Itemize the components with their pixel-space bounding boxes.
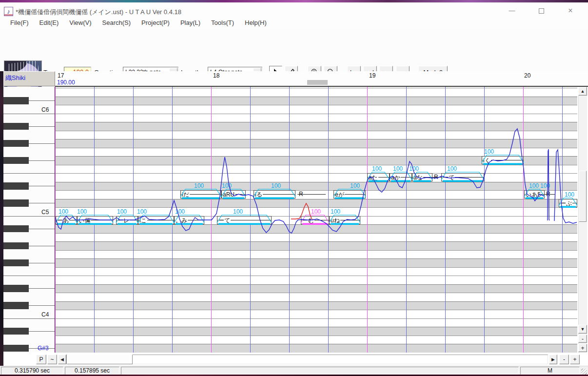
rest-lyric: R [433, 174, 439, 180]
note-lyric[interactable]: aRU [222, 191, 235, 198]
intensity-label: 100 [233, 208, 243, 215]
tilde-button[interactable]: ~ [47, 355, 57, 364]
note-lyric[interactable]: ーレ [117, 217, 130, 224]
note[interactable]: ーて [217, 216, 272, 224]
note[interactable]: ーぶ [559, 199, 577, 207]
white-key-separator [29, 246, 55, 246]
hzoom-in-button[interactable]: + [570, 355, 580, 364]
vzoom-in-button[interactable]: + [578, 344, 587, 352]
black-key[interactable] [3, 182, 29, 190]
note-lyric[interactable]: eが [334, 191, 345, 198]
vertical-scrollbar-thumb[interactable] [579, 171, 587, 222]
scroll-up-button[interactable]: ▲ [578, 87, 587, 96]
note[interactable]: いあ5 [524, 190, 545, 198]
key-hint-label: G#3 [38, 345, 54, 352]
note-lyric[interactable]: iこ [139, 217, 147, 224]
rest-lyric: R [546, 191, 551, 198]
note-lyric[interactable]: ーあ [57, 217, 69, 224]
note-lyric[interactable]: iく [483, 157, 491, 164]
note-lyric[interactable]: uね [330, 217, 340, 224]
menu-play[interactable]: Play(L) [175, 18, 206, 28]
note-lyric[interactable]: ーむ [302, 217, 314, 224]
note-lyric[interactable]: aた [368, 174, 378, 181]
measure-line [211, 87, 212, 353]
note-lyric[interactable]: iだ [181, 191, 190, 198]
black-key[interactable] [3, 97, 29, 104]
measure-ruler[interactable]: 190.00 17181920 [55, 71, 588, 87]
menu-view[interactable]: View(V) [64, 18, 97, 28]
horizontal-scrollbar[interactable] [66, 355, 548, 364]
piano-keyboard[interactable]: C6C5C4G#3 [3, 87, 55, 353]
menu-help[interactable]: Help(H) [239, 18, 272, 28]
note-lyric[interactable]: ーぶ [560, 200, 572, 207]
intensity-label: 100 [175, 208, 185, 215]
black-key[interactable] [3, 302, 29, 309]
black-key[interactable] [3, 140, 29, 147]
piano-roll[interactable]: ーあい倆ーレiこ。みーてーむuねiだaRUiるReがaたaかaなRーてiくいあ5… [55, 87, 577, 353]
menu-search[interactable]: Search(S) [97, 18, 137, 28]
intensity-label: 100 [331, 208, 340, 215]
note[interactable]: 。み [174, 216, 204, 224]
note[interactable]: aか [390, 173, 412, 181]
note-lyric[interactable]: aな [413, 174, 423, 181]
ruler-position-marker[interactable] [307, 80, 328, 85]
measure-number: 17 [58, 72, 64, 79]
scroll-up-icon: ▲ [581, 89, 585, 94]
note[interactable]: ーレ [116, 216, 138, 224]
white-key-separator [29, 288, 55, 289]
menu-project[interactable]: Project(P) [136, 18, 175, 28]
black-key[interactable] [3, 259, 29, 267]
close-button[interactable]: × [563, 7, 578, 15]
status-message [121, 367, 519, 375]
note-lyric[interactable]: い倆 [78, 217, 91, 224]
note[interactable]: aた [367, 173, 390, 181]
note-lyric[interactable]: ーて [442, 174, 455, 181]
black-key[interactable] [3, 123, 29, 130]
note-lyric[interactable]: aか [391, 174, 401, 181]
black-key[interactable] [3, 199, 29, 207]
vzoom-out-button[interactable]: - [578, 335, 587, 343]
track-header[interactable]: 織Shiki [3, 71, 55, 86]
black-key[interactable] [3, 345, 29, 352]
note[interactable]: ーむ [301, 216, 329, 224]
black-key[interactable] [3, 328, 29, 335]
menu-edit[interactable]: Edit(E) [34, 18, 64, 28]
hscroll-right-button[interactable]: ▶ [549, 355, 557, 364]
white-key-separator [29, 186, 55, 186]
note[interactable]: ーて [441, 173, 484, 181]
measure-number: 18 [213, 72, 219, 79]
intensity-label: 100 [59, 208, 68, 215]
intensity-label: 100 [447, 165, 457, 172]
pitch-p-button[interactable]: P [36, 355, 46, 364]
note-lyric[interactable]: いあ5 [525, 191, 541, 198]
note[interactable]: ーあ [56, 216, 77, 224]
title-bar: ♪ *機儞傜儓偣偁傊間機儞傜 (メイン.ust) - U T A U Ver 0… [0, 2, 588, 16]
resize-grip[interactable] [581, 369, 587, 375]
maximize-button[interactable] [534, 7, 549, 15]
scroll-down-button[interactable]: ▼ [578, 325, 587, 334]
black-key[interactable] [3, 225, 29, 233]
note[interactable]: iだ [180, 190, 221, 198]
note-lyric[interactable]: iる [255, 191, 263, 198]
note[interactable]: iる [254, 190, 295, 198]
hzoom-out-button[interactable]: - [559, 355, 569, 364]
note-lyric[interactable]: ーて [218, 217, 231, 224]
black-key[interactable] [3, 285, 29, 292]
toolbar: Tempo 190.0 Quantize L32 32th note ▼ Len… [0, 29, 588, 71]
menu-tools[interactable]: Tools(T) [206, 18, 239, 28]
note[interactable]: uね [329, 216, 360, 224]
black-key[interactable] [3, 157, 29, 164]
hscroll-left-button[interactable]: ◀ [58, 355, 66, 364]
horizontal-scrollbar-thumb[interactable] [67, 355, 133, 364]
black-key[interactable] [3, 242, 29, 250]
note[interactable]: iこ [138, 216, 174, 224]
note[interactable]: iく [482, 156, 524, 164]
note[interactable]: eが [333, 190, 366, 198]
menu-file[interactable]: File(F) [5, 18, 34, 28]
scroll-right-icon: ▶ [551, 357, 555, 362]
note-lyric[interactable]: 。み [175, 217, 188, 224]
note[interactable]: aRU [221, 190, 246, 198]
note[interactable]: い倆 [77, 216, 113, 224]
minimize-button[interactable]: — [505, 7, 519, 15]
note[interactable]: aな [412, 173, 432, 181]
